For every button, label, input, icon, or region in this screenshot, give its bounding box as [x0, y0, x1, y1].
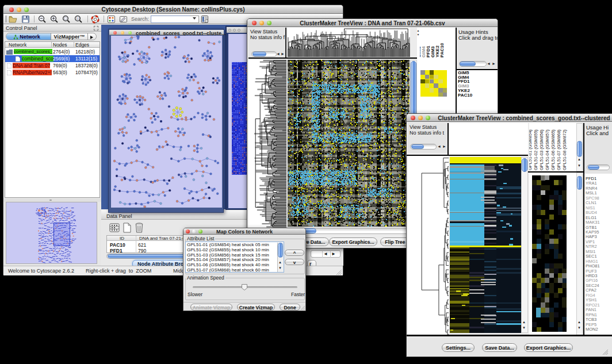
svg-text:1:1: 1:1 — [76, 17, 80, 20]
